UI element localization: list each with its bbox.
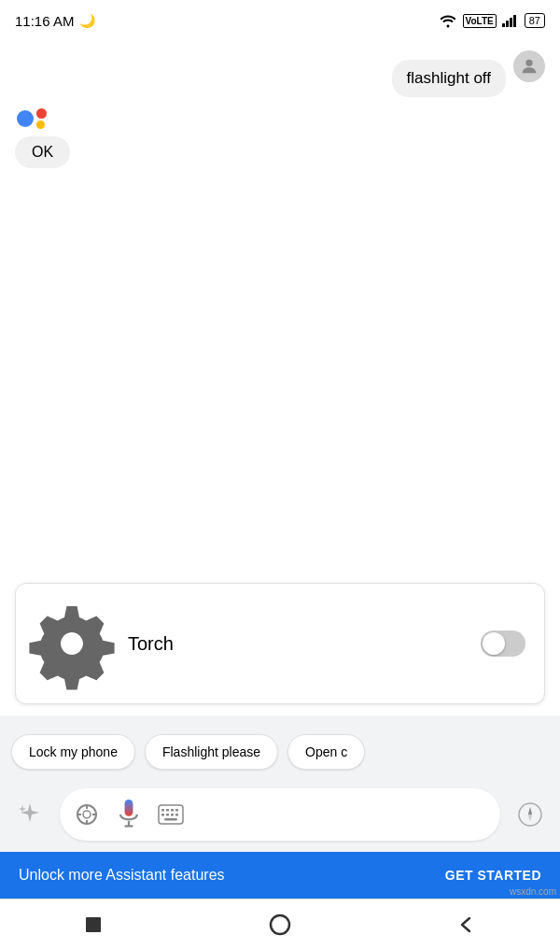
- torch-card-container: Torch: [0, 572, 560, 715]
- toggle-thumb: [483, 632, 505, 655]
- svg-rect-21: [171, 814, 174, 816]
- suggestion-chip-lock[interactable]: Lock my phone: [11, 734, 135, 770]
- time-display: 11:16 AM: [15, 13, 74, 29]
- suggestions-area: Lock my phone Flashlight please Open c: [0, 715, 560, 781]
- input-bar: [0, 781, 560, 852]
- status-time-area: 11:16 AM 🌙: [15, 13, 95, 29]
- battery-icon: 87: [525, 13, 545, 28]
- svg-rect-3: [513, 15, 516, 27]
- user-message-text: flashlight off: [407, 69, 491, 87]
- svg-rect-18: [175, 809, 178, 812]
- dot-blue: [17, 110, 34, 127]
- status-bar: 11:16 AM 🌙 VoLTE 87: [0, 0, 560, 41]
- torch-card: Torch: [15, 583, 545, 704]
- assistant-ok-text: OK: [32, 144, 53, 160]
- nav-bar: [0, 899, 560, 949]
- keyboard-icon: [158, 804, 184, 825]
- watermark: wsxdn.com: [510, 886, 556, 897]
- user-avatar: [513, 50, 545, 82]
- suggestion-chip-open[interactable]: Open c: [287, 734, 365, 770]
- nav-home-button[interactable]: [257, 901, 303, 948]
- svg-rect-19: [161, 814, 164, 816]
- microphone-button[interactable]: [110, 796, 147, 833]
- input-group: [60, 788, 500, 841]
- person-icon: [519, 56, 539, 77]
- volte-icon: VoLTE: [463, 14, 497, 28]
- banner-text: Unlock more Assistant features: [19, 867, 225, 884]
- assistant-section: OK: [15, 108, 545, 168]
- user-message-bubble: flashlight off: [392, 60, 506, 97]
- sparkle-icon: [17, 801, 43, 828]
- screen: 11:16 AM 🌙 VoLTE 87: [0, 0, 560, 949]
- microphone-icon: [116, 800, 142, 829]
- svg-rect-15: [161, 809, 164, 812]
- get-started-button[interactable]: GET STARTED: [445, 868, 541, 883]
- svg-point-4: [525, 60, 532, 66]
- camera-button[interactable]: [71, 799, 103, 830]
- torch-toggle[interactable]: [481, 630, 525, 657]
- keyboard-button[interactable]: [155, 799, 187, 830]
- svg-rect-11: [125, 800, 133, 816]
- svg-rect-22: [175, 814, 178, 816]
- blue-banner: Unlock more Assistant features GET START…: [0, 852, 560, 899]
- svg-rect-2: [510, 18, 512, 27]
- camera-icon: [75, 802, 99, 827]
- dot-red: [36, 108, 47, 119]
- wifi-icon: [439, 13, 457, 28]
- torch-gear-icon: [35, 606, 109, 681]
- svg-rect-16: [166, 809, 169, 812]
- assistant-sparkle-button[interactable]: [11, 796, 49, 833]
- suggestion-chip-flashlight[interactable]: Flashlight please: [145, 734, 278, 770]
- moon-icon: 🌙: [79, 13, 95, 28]
- user-message-container: flashlight off: [15, 50, 545, 97]
- torch-label: Torch: [128, 633, 462, 655]
- google-assistant-logo: [17, 108, 47, 129]
- back-icon: [456, 914, 477, 935]
- svg-rect-25: [86, 917, 101, 932]
- status-icons: VoLTE 87: [439, 13, 545, 28]
- chat-area: flashlight off OK: [0, 41, 560, 572]
- assistant-ok-bubble: OK: [15, 136, 70, 168]
- nav-back-button[interactable]: [443, 901, 490, 948]
- compass-button[interactable]: [511, 796, 549, 833]
- svg-rect-1: [506, 21, 509, 27]
- svg-point-6: [83, 811, 91, 818]
- svg-rect-23: [164, 818, 177, 821]
- svg-rect-17: [171, 809, 174, 812]
- nav-square-button[interactable]: [70, 901, 117, 948]
- svg-point-26: [271, 915, 289, 934]
- dot-yellow: [36, 120, 45, 129]
- signal-icon: [502, 14, 519, 27]
- circle-icon: [268, 913, 292, 937]
- svg-rect-20: [166, 814, 169, 816]
- square-icon: [83, 914, 104, 935]
- compass-icon: [517, 801, 543, 828]
- svg-rect-0: [502, 23, 505, 27]
